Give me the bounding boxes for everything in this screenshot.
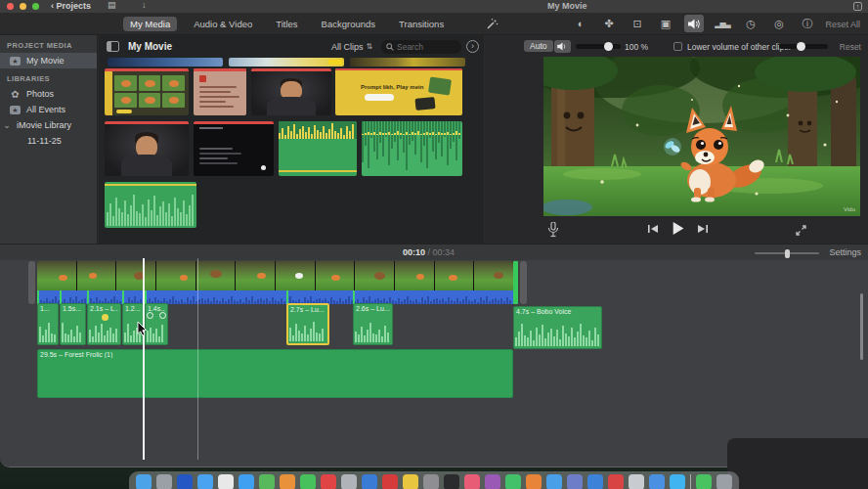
timeline-audio-clip[interactable]: 4.7s – Bobo Voice: [513, 306, 602, 349]
auto-volume-button[interactable]: Auto: [524, 40, 553, 52]
dock-app-icon[interactable]: [505, 474, 521, 489]
dock-app-icon[interactable]: [649, 474, 665, 489]
sidebar-item-imovie-library[interactable]: ⌄ iMovie Library: [0, 117, 97, 133]
reset-all-button[interactable]: Reset All: [825, 20, 860, 29]
crop-icon[interactable]: ⊡: [628, 15, 647, 32]
sidebar-item-event-date[interactable]: 11-11-25: [0, 133, 97, 149]
dock-app-icon[interactable]: [546, 474, 562, 489]
enhance-wand-icon[interactable]: [485, 18, 499, 31]
playhead[interactable]: [143, 258, 145, 460]
volume-slider[interactable]: [576, 44, 621, 49]
timeline-audio-clip[interactable]: 1.5s...: [60, 303, 86, 345]
media-thumb-terminal[interactable]: [194, 121, 274, 176]
clip-strip[interactable]: [108, 58, 223, 67]
tab-audio-video[interactable]: Audio & Video: [187, 17, 259, 31]
media-thumb-talking-head-2[interactable]: [105, 121, 189, 176]
tab-transitions[interactable]: Transitions: [392, 17, 451, 31]
sidebar-item-photos[interactable]: ✿ Photos: [0, 86, 97, 102]
dock-app-icon[interactable]: [177, 474, 193, 489]
import-media-icon[interactable]: ▤: [108, 0, 116, 10]
dock-app-icon[interactable]: [587, 474, 603, 489]
timeline-audio-clip[interactable]: 2.7s – Lu...: [286, 303, 329, 345]
dock-app-icon[interactable]: [321, 474, 336, 489]
dock-app-icon[interactable]: [670, 474, 685, 489]
timeline-settings-button[interactable]: Settings: [829, 247, 861, 257]
media-thumb-screen-grid[interactable]: [105, 68, 189, 115]
video-clip-filmstrip[interactable]: [37, 261, 513, 290]
continuous-playback-icon[interactable]: ›: [466, 40, 479, 53]
voiceover-mic-icon[interactable]: [547, 222, 559, 238]
timeline-audio-clip[interactable]: 1.4s...: [145, 303, 168, 345]
clip-filter-icon[interactable]: ◎: [769, 15, 789, 32]
dock-app-icon[interactable]: [526, 474, 542, 489]
clip-strip[interactable]: [229, 58, 344, 67]
clip-strip[interactable]: [350, 58, 465, 67]
clip-end-handle[interactable]: [513, 261, 518, 304]
dock-app-icon[interactable]: [629, 474, 644, 489]
sidebar-toggle-icon[interactable]: [107, 41, 119, 52]
clips-filter-dropdown[interactable]: All Clips ⇅: [331, 42, 372, 52]
dock-app-icon[interactable]: [444, 474, 459, 489]
fullscreen-icon[interactable]: [795, 224, 807, 237]
dock-app-icon[interactable]: [239, 474, 254, 489]
tab-my-media[interactable]: My Media: [123, 17, 177, 31]
download-arrow-icon[interactable]: ↓: [142, 0, 147, 10]
share-icon[interactable]: ↑: [853, 2, 862, 11]
clip-trim-handle-right[interactable]: [520, 261, 527, 304]
dock-app-icon[interactable]: [464, 474, 480, 489]
sidebar-item-all-events[interactable]: ★ All Events: [0, 102, 97, 117]
timeline-scrollbar[interactable]: [860, 293, 863, 360]
sidebar-item-my-movie[interactable]: ★ My Movie: [0, 53, 97, 68]
macos-dock[interactable]: [129, 471, 739, 489]
volume-reset-button[interactable]: Reset: [840, 42, 861, 52]
timeline-audio-clip[interactable]: 2.6s – Lu...: [353, 303, 393, 345]
dock-app-icon[interactable]: [608, 474, 624, 489]
dock-app-icon[interactable]: [156, 474, 172, 489]
next-frame-icon[interactable]: [697, 223, 709, 235]
lower-volume-slider[interactable]: [779, 44, 828, 49]
dock-app-icon[interactable]: [362, 474, 377, 489]
dock-app-icon[interactable]: [218, 474, 234, 489]
media-thumb-audio-spikes[interactable]: [362, 121, 462, 176]
speaker-icon[interactable]: [554, 40, 571, 53]
noise-equalizer-icon[interactable]: ▂▅▃: [713, 15, 732, 32]
chevron-down-icon[interactable]: ⌄: [3, 120, 11, 130]
media-thumb-notes-doc[interactable]: [194, 68, 246, 115]
media-thumb-talking-head[interactable]: [251, 68, 331, 115]
stabilization-icon[interactable]: ▣: [656, 15, 675, 32]
close-window-button[interactable]: [7, 3, 14, 10]
media-thumb-design[interactable]: Prompt likh, Play mein: [335, 68, 462, 115]
volume-icon[interactable]: [684, 15, 704, 32]
dock-app-icon[interactable]: [403, 474, 418, 489]
media-thumb-audio-green[interactable]: [105, 182, 196, 228]
dock-app-icon[interactable]: [696, 474, 712, 489]
play-icon[interactable]: [671, 221, 685, 236]
timeline-audio-clip[interactable]: 1...: [37, 303, 59, 345]
search-input[interactable]: [397, 42, 454, 52]
dock-app-icon[interactable]: [136, 474, 152, 489]
dock-app-icon[interactable]: [382, 474, 398, 489]
projects-back-button[interactable]: ‹ Projects: [51, 1, 91, 11]
info-icon[interactable]: ⓘ: [798, 15, 817, 32]
speed-icon[interactable]: ◷: [741, 15, 760, 32]
zoom-window-button[interactable]: [32, 3, 39, 10]
timeline-audio-clip[interactable]: 2.1s – L...: [87, 303, 121, 345]
preview-viewer[interactable]: Vidu: [543, 57, 860, 216]
timeline[interactable]: 1...1.5s...2.1s – L...1.2...1.4s...2.7s …: [0, 260, 868, 467]
media-thumb-audio-yellow[interactable]: [279, 121, 357, 176]
minimize-window-button[interactable]: [20, 3, 26, 10]
previous-frame-icon[interactable]: [647, 223, 659, 235]
timeline-zoom-slider[interactable]: [755, 252, 819, 254]
clip-trim-handle-left[interactable]: [28, 261, 35, 304]
color-correction-icon[interactable]: ✤: [599, 15, 619, 32]
dock-app-icon[interactable]: [341, 474, 357, 489]
fade-handle[interactable]: [147, 312, 153, 319]
lower-volume-checkbox[interactable]: [673, 42, 682, 51]
video-audio-waveform-bar[interactable]: [37, 290, 513, 304]
fade-handle[interactable]: [159, 312, 166, 319]
dock-app-icon[interactable]: [280, 474, 295, 489]
dock-app-icon[interactable]: [567, 474, 583, 489]
dock-app-icon[interactable]: [259, 474, 275, 489]
dock-app-icon[interactable]: [485, 474, 500, 489]
tab-titles[interactable]: Titles: [269, 17, 304, 31]
